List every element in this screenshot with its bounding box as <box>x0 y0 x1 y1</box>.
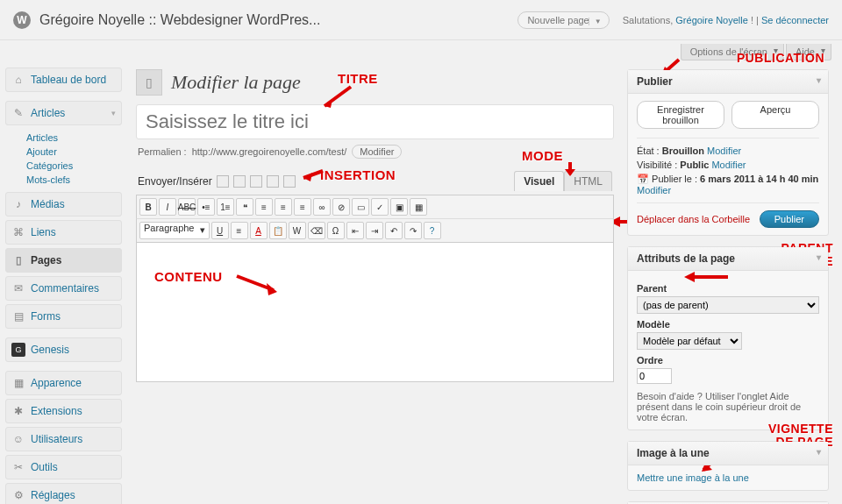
kitchensink-button[interactable]: ▦ <box>410 198 427 216</box>
bold-button[interactable]: B <box>139 198 157 216</box>
paste-button[interactable]: 📋 <box>269 222 287 239</box>
permalink-edit-button[interactable]: Modifier <box>352 145 402 159</box>
justify-button[interactable]: ≡ <box>231 222 248 239</box>
template-select[interactable]: Modèle par défaut <box>637 332 742 350</box>
media-icon: ♪ <box>11 197 25 211</box>
screen-meta: Options de l'écran Aide <box>0 40 842 60</box>
set-featured-link[interactable]: Mettre une image à la une <box>637 472 749 483</box>
removeformat-button[interactable]: ⌫ <box>308 222 325 239</box>
editor-content[interactable]: CONTENU <box>136 242 614 382</box>
annotation-titre: TITRE <box>338 71 378 86</box>
align-left-button[interactable]: ≡ <box>255 198 273 216</box>
editor-toolbar-row2: Paragraphe U ≡ A 📋 W ⌫ Ω ⇤ ⇥ ↶ ↷ ? <box>136 218 614 242</box>
users-icon: ☺ <box>11 432 25 446</box>
underline-button[interactable]: U <box>211 222 229 239</box>
page-heading-icon: ▯ <box>136 69 162 96</box>
menu-tools[interactable]: ✂Outils <box>5 455 122 479</box>
menu-articles[interactable]: ✎Articles▾ <box>5 101 122 125</box>
menu-users[interactable]: ☺Utilisateurs <box>5 427 122 451</box>
trash-link[interactable]: Déplacer dans la Corbeille <box>637 214 750 224</box>
outdent-button[interactable]: ⇤ <box>346 222 364 239</box>
menu-settings[interactable]: ⚙Réglages <box>5 483 122 504</box>
add-video-icon[interactable] <box>233 175 246 188</box>
publish-box: PUBLICATION Publier▾ Enregistrer brouill… <box>627 69 829 236</box>
logout-link[interactable]: Se déconnecter <box>761 15 829 25</box>
new-page-button[interactable]: Nouvelle page <box>517 11 609 29</box>
admin-menu: ⌂Tableau de bord ✎Articles▾ Articles Ajo… <box>0 60 127 504</box>
publish-button[interactable]: Publier <box>760 210 819 228</box>
undo-button[interactable]: ↶ <box>385 222 403 239</box>
link-button[interactable]: ∞ <box>313 198 331 216</box>
user-profile-link[interactable]: Grégoire Noyelle <box>675 15 748 25</box>
featured-box-title[interactable]: Image à la une▾ <box>628 442 828 465</box>
wp-logo-icon: W <box>13 11 31 29</box>
permalink-url: http://www.gregoirenoyelle.com/test/ <box>192 146 347 157</box>
edit-visibility-link[interactable]: Modifier <box>711 160 746 170</box>
publish-box-title[interactable]: Publier▾ <box>628 70 828 94</box>
pasteword-button[interactable]: W <box>289 222 306 239</box>
wphelp-button[interactable]: ? <box>424 222 441 239</box>
screen-options-tab[interactable]: Options de l'écran <box>681 44 784 60</box>
annotation-insertion: INSERTION <box>320 167 396 182</box>
ul-button[interactable]: •≡ <box>197 198 215 216</box>
form-icon: ▤ <box>11 309 25 323</box>
indent-button[interactable]: ⇥ <box>366 222 383 239</box>
site-title[interactable]: Grégoire Noyelle :: Webdesigner WordPres… <box>39 12 517 28</box>
chevron-down-icon[interactable]: ▾ <box>817 252 821 262</box>
attributes-help: Besoin d'aide ? Utiliser l'onglet Aide p… <box>637 391 819 422</box>
menu-extensions[interactable]: ✱Extensions <box>5 399 122 423</box>
annotation-contenu: CONTENU <box>154 269 223 284</box>
edit-state-link[interactable]: Modifier <box>707 146 741 156</box>
tools-icon: ✂ <box>11 460 25 474</box>
attributes-box-title[interactable]: Attributs de la page▾ <box>628 247 828 271</box>
home-icon: ⌂ <box>11 73 25 87</box>
add-other-icon[interactable] <box>283 175 296 188</box>
format-select[interactable]: Paragraphe <box>139 222 210 239</box>
save-draft-button[interactable]: Enregistrer brouillon <box>637 101 724 129</box>
chevron-down-icon[interactable]: ▾ <box>817 75 821 85</box>
admin-header: W Grégoire Noyelle :: Webdesigner WordPr… <box>0 0 842 40</box>
menu-links[interactable]: ⌘Liens <box>5 220 122 245</box>
add-media-icon[interactable] <box>267 175 279 188</box>
menu-dashboard[interactable]: ⌂Tableau de bord <box>5 67 122 92</box>
order-input[interactable] <box>637 368 672 384</box>
tab-visual[interactable]: Visuel <box>514 171 564 191</box>
chevron-down-icon: ▾ <box>111 109 116 117</box>
ol-button[interactable]: 1≡ <box>217 198 234 216</box>
plugin-icon: ✱ <box>11 404 25 418</box>
align-right-button[interactable]: ≡ <box>294 198 311 216</box>
menu-comments[interactable]: ✉Commentaires <box>5 276 122 301</box>
italic-button[interactable]: I <box>159 198 176 216</box>
redo-button[interactable]: ↷ <box>404 222 422 239</box>
parent-select[interactable]: (pas de parent) <box>637 296 819 314</box>
submenu-articles-tags[interactable]: Mots-clefs <box>26 174 70 185</box>
edit-date-link[interactable]: Modifier <box>637 185 671 195</box>
menu-genesis[interactable]: GGenesis <box>5 337 122 362</box>
menu-appearance[interactable]: ▦Apparence <box>5 371 122 395</box>
genesis-icon: G <box>11 343 25 357</box>
quote-button[interactable]: ❝ <box>236 198 253 216</box>
tab-html[interactable]: HTML <box>564 171 612 191</box>
charmap-button[interactable]: Ω <box>327 222 345 239</box>
page-attributes-box: PARENT ET MODÈLE Attributs de la page▾ P… <box>627 246 829 430</box>
preview-button[interactable]: Aperçu <box>731 101 819 129</box>
align-center-button[interactable]: ≡ <box>275 198 292 216</box>
gear-icon: ⚙ <box>11 488 25 502</box>
menu-pages[interactable]: ▯Pages <box>5 248 122 273</box>
help-tab[interactable]: Aide <box>786 44 831 60</box>
unlink-button[interactable]: ⊘ <box>332 198 350 216</box>
more-button[interactable]: ▭ <box>352 198 369 216</box>
title-input[interactable] <box>136 104 614 139</box>
add-audio-icon[interactable] <box>250 175 262 188</box>
submenu-articles-all[interactable]: Articles <box>26 132 58 143</box>
menu-forms[interactable]: ▤Forms <box>5 304 122 329</box>
spellcheck-button[interactable]: ✓ <box>371 198 389 216</box>
fullscreen-button[interactable]: ▣ <box>390 198 408 216</box>
add-image-icon[interactable] <box>217 175 229 188</box>
textcolor-button[interactable]: A <box>250 222 268 239</box>
submenu-articles-add[interactable]: Ajouter <box>26 146 57 157</box>
strike-button[interactable]: ABC <box>178 198 196 216</box>
menu-media[interactable]: ♪Médias <box>5 192 122 217</box>
chevron-down-icon[interactable]: ▾ <box>817 447 821 457</box>
submenu-articles-cats[interactable]: Catégories <box>26 160 73 171</box>
